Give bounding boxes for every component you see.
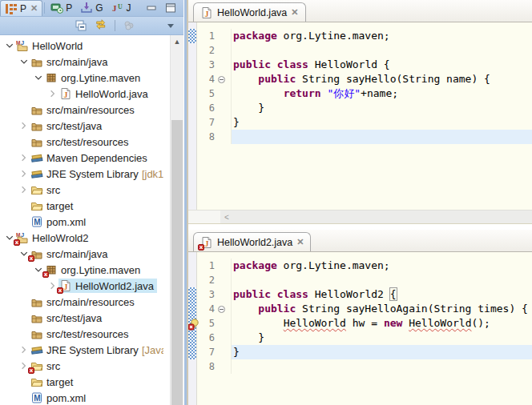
tree-item-target[interactable]: target — [0, 198, 163, 214]
tree-item-label: src/test/java — [46, 312, 102, 324]
tree-item-src-main-resources[interactable]: src/main/resources — [0, 294, 163, 310]
java-file-icon: Jx — [59, 279, 72, 292]
tree-item-helloworld2-java[interactable]: JxHelloWorld2.java — [0, 278, 163, 294]
tree-item-src-test-resources[interactable]: src/test/resources — [0, 326, 163, 342]
code-text[interactable] — [231, 273, 532, 287]
code-editor[interactable]: 1package org.Lytine.maven;23public class… — [188, 252, 532, 405]
line-number: 8 — [197, 359, 215, 374]
tree-item-pom-xml[interactable]: Mpom.xml — [0, 214, 163, 230]
chevron-right-icon[interactable] — [18, 119, 30, 132]
svg-text:J: J — [205, 9, 209, 18]
code-text[interactable]: package org.Lytine.maven; — [231, 259, 532, 273]
chevron-right-icon[interactable] — [18, 167, 30, 180]
tree-item-maven-dependencies[interactable]: Maven Dependencies — [0, 150, 163, 166]
collapse-all-icon[interactable] — [75, 19, 87, 32]
marker-bar — [188, 22, 197, 210]
maven-project-icon: MJx — [16, 231, 29, 244]
keyword-token: public — [233, 58, 271, 70]
link-with-editor-icon[interactable] — [95, 19, 107, 32]
tree-item-hellowrold2[interactable]: MJxHelloWrold2 — [0, 230, 163, 246]
tree-item-helloworld-java[interactable]: JHelloWorld.java — [0, 86, 163, 102]
tab-project-explorer-label: P — [66, 2, 72, 14]
keyword-token: package — [233, 30, 277, 42]
tree-item-src[interactable]: src — [0, 182, 163, 198]
svg-text:M: M — [16, 232, 20, 238]
tree-item-label: HelloWorld — [32, 40, 83, 52]
code-text[interactable]: } — [231, 331, 532, 345]
tab-git[interactable]: G — [76, 0, 107, 16]
chevron-right-icon[interactable] — [18, 151, 30, 164]
horizontal-scrollbar[interactable]: < — [188, 210, 532, 223]
fold-collapse-icon[interactable] — [218, 306, 225, 313]
tree-item-target[interactable]: target — [0, 374, 163, 390]
scrollbar-track[interactable] — [233, 211, 532, 223]
chevron-down-icon[interactable] — [3, 39, 15, 52]
view-menu-icon[interactable] — [164, 19, 177, 32]
code-text[interactable]: } — [231, 345, 532, 359]
tree-item-src-test-java[interactable]: src/test/java — [0, 310, 163, 326]
tree-item-src-test-java[interactable]: src/test/java — [0, 118, 163, 134]
folder-icon — [30, 199, 43, 212]
code-text[interactable]: public class HelloWorld2 { — [231, 287, 532, 302]
view-toolbar — [0, 17, 183, 35]
chevron-down-icon[interactable] — [18, 55, 30, 68]
import-arrow-icon — [80, 2, 93, 14]
tree-item-org-lytine-maven[interactable]: org.Lytine.maven — [0, 70, 163, 86]
tree-item-pom-xml[interactable]: Mpom.xml — [0, 390, 163, 405]
tab-project-explorer[interactable]: P — [46, 0, 76, 16]
tree-item-src-main-java[interactable]: src/main/java — [0, 54, 163, 70]
close-icon[interactable]: ✕ — [291, 7, 298, 18]
code-text[interactable]: HelloWorld hw = new HelloWorld(); — [231, 316, 532, 331]
tree-item-src-main-resources[interactable]: src/main/resources — [0, 102, 163, 118]
scroll-up-arrow-icon[interactable]: ▲ — [171, 35, 183, 48]
focus-task-icon[interactable] — [123, 19, 135, 32]
code-text[interactable]: } — [231, 101, 532, 115]
tree-vertical-scrollbar[interactable]: ▲ — [170, 35, 183, 405]
scroll-left-arrow-icon[interactable]: < — [220, 213, 233, 222]
marker-bar — [188, 252, 197, 405]
tree-item-src-test-resources[interactable]: src/test/resources — [0, 134, 163, 150]
code-text[interactable] — [231, 130, 532, 144]
tree-item-helloworld[interactable]: MJHelloWorld — [0, 38, 163, 54]
code-editor[interactable]: 1package org.Lytine.maven;23public class… — [188, 22, 532, 210]
maximize-icon[interactable] — [164, 2, 177, 14]
tree-item-jre-system-library[interactable]: JRE System Library [JavaS — [0, 342, 163, 358]
source-folder-icon — [30, 311, 43, 324]
chevron-down-icon[interactable] — [32, 71, 44, 84]
tree-item-label: src/test/resources — [46, 328, 129, 340]
plain-token: HelloWorld { — [308, 58, 390, 70]
tab-junit[interactable]: JU J — [107, 0, 135, 16]
line-number: 1 — [197, 259, 215, 273]
tree-item-jre-system-library[interactable]: JRE System Library [jdk1. — [0, 166, 163, 182]
close-icon[interactable]: ✕ — [296, 237, 304, 247]
editor-sash[interactable] — [188, 223, 532, 230]
code-text[interactable] — [231, 359, 532, 374]
plain-token: org.Lytine.maven; — [277, 259, 390, 271]
tree-item-org-lytine-maven[interactable]: xorg.Lytine.maven — [0, 262, 163, 278]
chevron-right-icon[interactable] — [46, 87, 58, 100]
close-icon[interactable]: ✕ — [30, 3, 38, 14]
editor-tab-bar: J HelloWorld.java ✕ — [188, 0, 532, 22]
library-icon — [30, 151, 43, 164]
library-icon — [30, 343, 43, 356]
tree-item-src[interactable]: xsrc — [0, 358, 163, 374]
code-text[interactable]: } — [231, 115, 532, 130]
code-text[interactable]: public class HelloWorld { — [231, 58, 532, 72]
fold-collapse-icon[interactable] — [218, 76, 225, 83]
code-line-1: 1package org.Lytine.maven; — [197, 259, 532, 273]
line-number: 2 — [197, 273, 215, 287]
code-text[interactable] — [231, 43, 532, 58]
code-text[interactable]: return "你好"+name; — [231, 86, 532, 101]
code-text[interactable]: package org.Lytine.maven; — [231, 29, 532, 43]
scrollbar-thumb[interactable] — [171, 120, 183, 405]
minimize-icon[interactable] — [145, 2, 158, 14]
code-text[interactable]: public String sayHelloAgain(String times… — [231, 302, 532, 316]
code-text[interactable]: public String sayHello(String name) { — [231, 72, 532, 86]
chevron-right-icon[interactable] — [18, 183, 30, 196]
editor-tab-helloworld2[interactable]: Jx HelloWorld2.java ✕ — [193, 232, 311, 251]
chevron-right-icon[interactable] — [18, 343, 30, 356]
tree-item-src-main-java[interactable]: xsrc/main/java — [0, 246, 163, 262]
tab-package-explorer[interactable]: P ✕ — [0, 0, 42, 16]
editor-tab-helloworld[interactable]: J HelloWorld.java ✕ — [193, 2, 306, 22]
line-number: 4 — [197, 72, 215, 86]
